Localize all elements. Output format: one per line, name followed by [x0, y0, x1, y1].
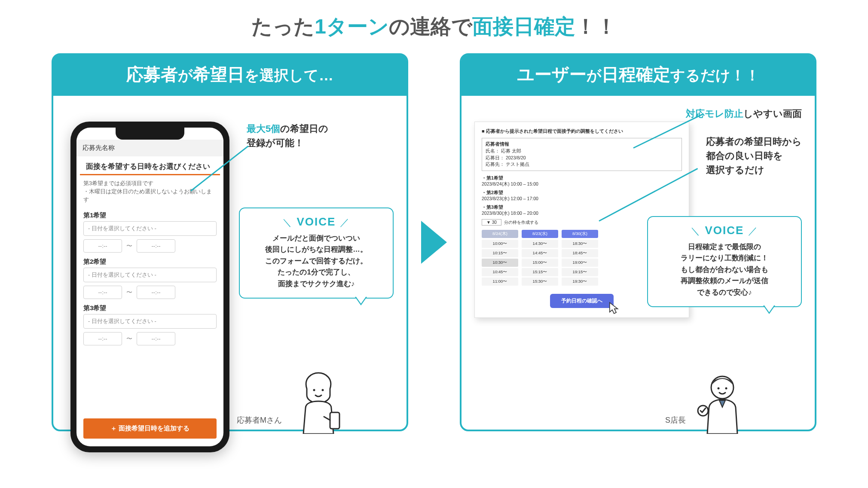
- timeslot-column: 8/24(木)10:00〜10:15〜10:30〜10:45〜11:00〜: [482, 230, 518, 287]
- timeslot-date-header: 8/30(水): [562, 230, 598, 238]
- pref-3-label: 第3希望: [83, 304, 217, 312]
- panel-user: ユーザーが日程確定するだけ！！ ■ 応募者から提示された希望日程で面接予約の調整…: [460, 53, 816, 431]
- pref-3-date-select[interactable]: - 日付を選択してください -: [83, 314, 217, 329]
- voice-card-applicant: ＼VOICE／ メールだと面倒でついつい 後回しにしがちな日程調整…。 このフォ…: [239, 207, 394, 299]
- voice-text: 日程確定まで最低限の ラリーになり工数削減に！ もし都合が合わない場合も 再調整…: [656, 241, 793, 298]
- voice-card-user: ＼VOICE／ 日程確定まで最低限の ラリーになり工数削減に！ もし都合が合わな…: [647, 216, 802, 307]
- timeslot-option[interactable]: 15:15〜: [522, 268, 558, 276]
- voice-title: ＼VOICE／: [248, 215, 385, 229]
- timeslot-option[interactable]: 19:30〜: [562, 278, 598, 286]
- pref-2-date-select[interactable]: - 日付を選択してください -: [83, 268, 217, 282]
- svg-point-3: [711, 376, 734, 399]
- annotation-just-select: 応募者の希望日時から 都合の良い日時を 選択するだけ: [706, 134, 802, 177]
- timeslot-date-header: 8/23(水): [522, 230, 558, 238]
- svg-point-4: [718, 387, 720, 390]
- add-preference-button[interactable]: ＋ 面接希望日時を追加する: [83, 418, 217, 439]
- timeslot-date-header: 8/24(木): [482, 230, 518, 238]
- desk-title: ■ 応募者から提示された希望日程で面接予約の調整をしてください: [482, 128, 682, 134]
- app-note: 第3希望までは必須項目です ・木曜日は定休日のため選択しないようお願いします: [76, 175, 223, 208]
- app-store-name: 応募先名称: [76, 140, 223, 156]
- app-heading: 面接を希望する日時をお選びください: [80, 156, 220, 175]
- svg-point-5: [725, 387, 727, 390]
- phone-screen: 応募先名称 面接を希望する日時をお選びください 第3希望までは必須項目です ・木…: [76, 128, 223, 446]
- timeslot-option[interactable]: 15:30〜: [522, 278, 558, 286]
- persona-user-label: S店長: [665, 415, 686, 425]
- timeslot-option[interactable]: 11:00〜: [482, 278, 518, 286]
- pref-2-start-time[interactable]: --:--: [83, 286, 122, 299]
- pref-1-start-time[interactable]: --:--: [83, 239, 122, 253]
- svg-point-0: [313, 389, 315, 391]
- timeslot-option[interactable]: 18:30〜: [562, 240, 598, 248]
- annotation-max5: 最大5個の希望日の 登録が可能！: [247, 122, 328, 150]
- timeslot-column: 8/23(水)14:30〜14:45〜15:00〜15:15〜15:30〜: [522, 230, 558, 287]
- cursor-icon: [607, 301, 621, 316]
- annotation-prevent-miss: 対応モレ防止しやすい画面: [686, 107, 802, 121]
- timeslot-option[interactable]: 15:00〜: [522, 259, 558, 267]
- voice-title: ＼VOICE／: [656, 224, 793, 238]
- pref-1-label: 第1希望: [83, 211, 217, 220]
- voice-text: メールだと面倒でついつい 後回しにしがちな日程調整…。 このフォームで回答するだ…: [248, 232, 385, 289]
- arrow-right-icon: [421, 221, 447, 264]
- pref-2: 第2希望 - 日付を選択してください - --:-- 〜 --:--: [76, 254, 223, 301]
- pref-1-end-time[interactable]: --:--: [137, 239, 175, 253]
- persona-applicant-label: 応募者Mさん: [237, 415, 282, 425]
- timeslot-option[interactable]: 10:45〜: [482, 268, 518, 276]
- confirm-reservation-button[interactable]: 予約日程の確認へ: [550, 294, 614, 308]
- phone-notch: [116, 128, 184, 140]
- timeslot-option[interactable]: 14:30〜: [522, 240, 558, 248]
- tilde-icon: 〜: [126, 289, 132, 296]
- tilde-icon: 〜: [126, 242, 132, 250]
- persona-user-illustration: [694, 369, 750, 434]
- duration-select[interactable]: ▼ 30: [482, 219, 501, 226]
- timeslot-option[interactable]: 10:15〜: [482, 249, 518, 257]
- tilde-icon: 〜: [126, 335, 132, 343]
- desk-prefs: ・第1希望2023/8/24(木) 10:00 – 15:00 ・第2希望202…: [482, 175, 682, 217]
- pref-2-label: 第2希望: [83, 258, 217, 266]
- pref-2-end-time[interactable]: --:--: [137, 286, 175, 299]
- applicant-info-box: 応募者情報 氏名： 応募 太郎 応募日： 2023/8/20 応募先： テスト拠…: [482, 138, 682, 171]
- panel-applicant: 応募者が希望日を選択して… 応募先名称 面接を希望する日時をお選びください 第3…: [52, 53, 408, 431]
- timeslot-option[interactable]: 19:15〜: [562, 268, 598, 276]
- pref-3-end-time[interactable]: --:--: [137, 332, 175, 345]
- timeslot-option[interactable]: 19:00〜: [562, 259, 598, 267]
- svg-rect-2: [330, 412, 339, 429]
- pref-1-date-select[interactable]: - 日付を選択してください -: [83, 221, 217, 236]
- pref-3: 第3希望 - 日付を選択してください - --:-- 〜 --:--: [76, 301, 223, 347]
- panels-row: 応募者が希望日を選択して… 応募先名称 面接を希望する日時をお選びください 第3…: [34, 53, 834, 431]
- timeslot-option[interactable]: 14:45〜: [522, 249, 558, 257]
- timeslot-option[interactable]: 10:00〜: [482, 240, 518, 248]
- phone-mockup: 応募先名称 面接を希望する日時をお選びください 第3希望までは必須項目です ・木…: [70, 122, 229, 452]
- pref-3-start-time[interactable]: --:--: [83, 332, 122, 345]
- page-title: たった1ターンの連絡で面接日確定！！: [34, 13, 834, 40]
- panel-applicant-header: 応募者が希望日を選択して…: [53, 55, 406, 96]
- persona-applicant-illustration: [290, 369, 346, 434]
- timeslot-option[interactable]: 18:45〜: [562, 249, 598, 257]
- timeslot-option[interactable]: 10:30〜: [482, 259, 518, 267]
- timeslot-column: 8/30(水)18:30〜18:45〜19:00〜19:15〜19:30〜: [562, 230, 598, 287]
- panel-user-header: ユーザーが日程確定するだけ！！: [462, 55, 815, 96]
- svg-point-1: [322, 389, 324, 391]
- pref-1: 第1希望 - 日付を選択してください - --:-- 〜 --:--: [76, 208, 223, 254]
